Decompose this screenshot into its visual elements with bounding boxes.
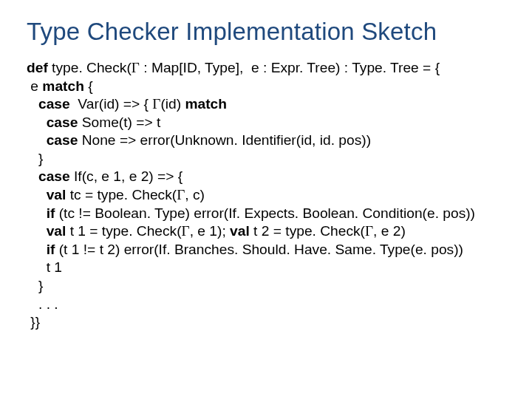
- code-text: : Map[ID, Type], e : Expr. Tree) : Type.…: [140, 60, 440, 75]
- code-text: t 1: [27, 259, 62, 275]
- code-text: [27, 168, 38, 184]
- code-text: t 1 = type. Check(: [66, 223, 181, 239]
- code-text: (tc != Boolean. Type) error(If. Expects.…: [55, 205, 475, 221]
- code-text: [27, 205, 47, 221]
- keyword-def: def: [27, 60, 48, 75]
- gamma-symbol: Γ: [365, 223, 373, 239]
- code-text: , e 1);: [190, 223, 230, 239]
- code-text: t 2 = type. Check(: [250, 223, 365, 239]
- keyword-case: case: [47, 115, 78, 130]
- code-text: (t 1 != t 2) error(If. Branches. Should.…: [55, 242, 463, 257]
- code-text: , e 2): [373, 223, 406, 239]
- code-text: None => error(Unknown. Identifier(id, id…: [78, 132, 371, 148]
- code-text: If(c, e 1, e 2) => {: [70, 168, 187, 184]
- keyword-match: match: [185, 96, 227, 112]
- gamma-symbol: Γ: [182, 223, 190, 239]
- code-text: }: [27, 278, 43, 293]
- slide-title: Type Checker Implementation Sketch: [27, 18, 505, 46]
- keyword-if: if: [47, 205, 55, 221]
- code-text: Var(id) => {: [70, 96, 153, 112]
- keyword-case: case: [38, 96, 70, 112]
- gamma-symbol: Γ: [177, 187, 185, 202]
- code-text: e: [27, 78, 42, 94]
- keyword-case: case: [38, 168, 70, 184]
- code-text: [27, 187, 47, 202]
- keyword-val: val: [47, 223, 66, 239]
- keyword-val: val: [47, 187, 66, 202]
- code-text: Some(t) => t: [78, 115, 160, 130]
- code-text: . . .: [27, 296, 58, 312]
- code-text: [27, 242, 47, 257]
- keyword-val: val: [230, 223, 250, 239]
- code-block: def type. Check(Γ : Map[ID, Type], e : E…: [27, 59, 505, 332]
- code-text: type. Check(: [48, 60, 132, 75]
- code-text: [27, 115, 47, 130]
- code-text: {: [84, 78, 93, 94]
- code-text: [27, 96, 38, 112]
- code-text: [27, 223, 47, 239]
- slide: Type Checker Implementation Sketch def t…: [0, 0, 532, 399]
- code-text: tc = type. Check(: [66, 187, 177, 202]
- keyword-case: case: [47, 132, 78, 148]
- code-text: }}: [27, 314, 40, 330]
- code-text: (id): [160, 96, 185, 112]
- keyword-match: match: [42, 78, 84, 94]
- code-text: }: [27, 151, 43, 166]
- code-text: , c): [185, 187, 205, 202]
- gamma-symbol: Γ: [152, 96, 160, 112]
- gamma-symbol: Γ: [132, 60, 140, 75]
- keyword-if: if: [47, 242, 55, 257]
- code-text: [27, 132, 47, 148]
